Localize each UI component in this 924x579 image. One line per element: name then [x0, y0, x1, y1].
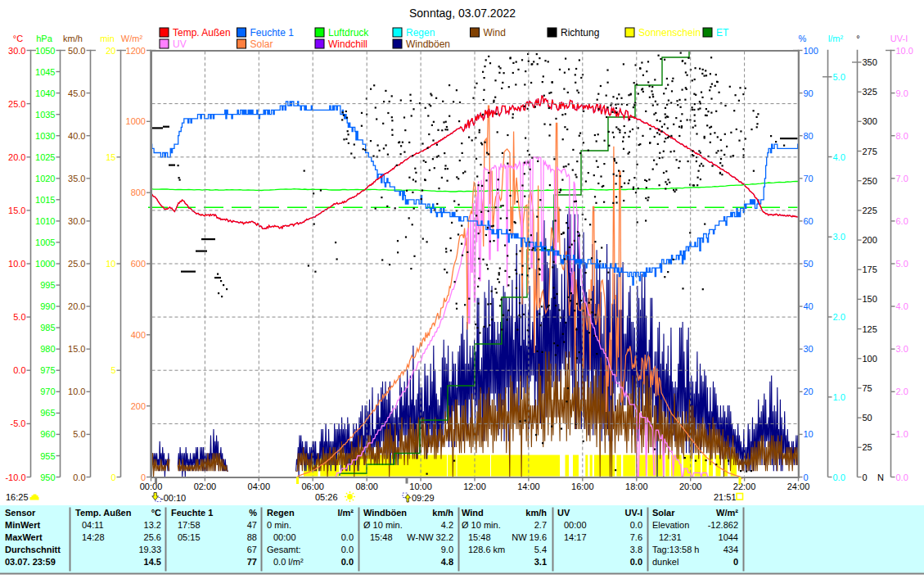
svg-text:°: °	[856, 34, 859, 43]
svg-text:30.0: 30.0	[68, 216, 85, 226]
svg-text:-12.862: -12.862	[708, 520, 738, 530]
svg-text:05:15: 05:15	[178, 532, 201, 542]
svg-text:350: 350	[863, 57, 877, 67]
svg-text:12:31: 12:31	[659, 532, 682, 542]
svg-text:MinWert: MinWert	[5, 520, 41, 530]
svg-text:1010: 1010	[35, 216, 55, 226]
svg-text:10: 10	[106, 259, 115, 269]
svg-text:09:29: 09:29	[412, 493, 435, 503]
svg-text:Ø 10 min.: Ø 10 min.	[363, 520, 403, 530]
svg-text:9.0: 9.0	[896, 88, 908, 98]
svg-text:Windböen: Windböen	[406, 38, 450, 50]
svg-text:25.6: 25.6	[144, 532, 161, 542]
svg-text:hPa: hPa	[36, 34, 52, 43]
svg-text:30: 30	[804, 344, 814, 354]
svg-text:N: N	[877, 473, 884, 482]
svg-text:Sensor: Sensor	[5, 508, 36, 518]
svg-text:l/m²: l/m²	[828, 34, 844, 43]
svg-text:00:00: 00:00	[273, 532, 296, 542]
svg-text:1005: 1005	[35, 237, 55, 247]
svg-text:990: 990	[40, 301, 55, 311]
svg-text:Regen: Regen	[406, 27, 435, 38]
svg-text:4.8: 4.8	[441, 557, 453, 567]
svg-text:80: 80	[804, 131, 814, 141]
svg-text:Luftdruck: Luftdruck	[328, 27, 369, 38]
svg-text:W-NW 32.2: W-NW 32.2	[407, 532, 453, 542]
svg-text:1044: 1044	[719, 532, 738, 542]
svg-text:24:00: 24:00	[787, 482, 810, 491]
svg-text:25: 25	[863, 442, 872, 452]
svg-text:05:26: 05:26	[315, 492, 338, 502]
svg-text:km/h: km/h	[525, 508, 547, 518]
svg-text:325: 325	[863, 87, 877, 97]
svg-text:1035: 1035	[35, 110, 55, 120]
svg-text:10.0: 10.0	[8, 259, 25, 269]
svg-text:0.0: 0.0	[630, 557, 642, 567]
svg-text:1.0: 1.0	[896, 429, 908, 439]
svg-text:10.0: 10.0	[68, 387, 85, 396]
svg-text:20: 20	[804, 387, 814, 396]
svg-text:1025: 1025	[35, 152, 55, 162]
svg-text:125: 125	[863, 324, 877, 334]
svg-text:970: 970	[40, 387, 55, 396]
svg-text:985: 985	[40, 323, 55, 332]
svg-text:0.0: 0.0	[896, 473, 908, 482]
svg-text:04:00: 04:00	[248, 482, 271, 491]
svg-text:9.0: 9.0	[441, 545, 453, 554]
svg-text:17:58: 17:58	[178, 520, 201, 530]
svg-text:15.0: 15.0	[68, 344, 85, 354]
svg-text:19.33: 19.33	[138, 545, 161, 554]
svg-text:Solar: Solar	[652, 508, 675, 518]
svg-text:150: 150	[863, 294, 877, 304]
svg-text:3.0: 3.0	[896, 344, 908, 354]
svg-text:Regen: Regen	[267, 508, 295, 518]
svg-text:100: 100	[863, 354, 877, 364]
svg-text:1050: 1050	[35, 46, 55, 56]
svg-text:75: 75	[863, 383, 872, 393]
svg-text:1000: 1000	[126, 116, 146, 126]
svg-text:225: 225	[863, 206, 877, 215]
svg-text:00:00: 00:00	[564, 520, 587, 530]
svg-text:20:00: 20:00	[679, 482, 702, 491]
svg-text:Wind: Wind	[462, 508, 484, 518]
svg-text:0.0: 0.0	[630, 520, 642, 530]
svg-text:Richtung: Richtung	[561, 27, 599, 38]
svg-text:200: 200	[863, 235, 877, 245]
svg-text:14:28: 14:28	[82, 532, 105, 542]
svg-text:30.0: 30.0	[8, 46, 25, 56]
svg-text:W/m²: W/m²	[121, 34, 143, 43]
svg-text:16:00: 16:00	[571, 482, 594, 491]
svg-text:0.0: 0.0	[13, 365, 25, 375]
svg-text:°C: °C	[13, 34, 23, 43]
svg-text:5.0: 5.0	[13, 312, 25, 322]
svg-text:300: 300	[863, 116, 877, 126]
svg-text:Gesamt:: Gesamt:	[267, 545, 301, 554]
svg-text:Elevation: Elevation	[652, 520, 689, 530]
svg-text:1045: 1045	[35, 67, 55, 77]
svg-text:NW 19.6: NW 19.6	[512, 532, 547, 542]
svg-text:67: 67	[247, 545, 257, 554]
svg-text:40: 40	[804, 301, 814, 311]
svg-text:3.8: 3.8	[630, 545, 642, 554]
svg-text:Windchill: Windchill	[328, 38, 367, 50]
svg-text:950: 950	[40, 473, 55, 482]
svg-text:Sonnenschein: Sonnenschein	[638, 27, 701, 38]
svg-text:1200: 1200	[126, 46, 146, 56]
svg-text:Feuchte 1: Feuchte 1	[171, 508, 213, 518]
svg-text:434: 434	[723, 545, 738, 554]
svg-text:15:48: 15:48	[370, 532, 393, 542]
svg-text:0: 0	[863, 473, 868, 482]
svg-text:0.0: 0.0	[73, 473, 85, 482]
svg-text:Durchschnitt: Durchschnitt	[5, 545, 61, 554]
svg-text:15: 15	[106, 152, 115, 162]
svg-text:W/m²: W/m²	[716, 508, 738, 518]
svg-text:4.0: 4.0	[896, 301, 908, 311]
svg-text:06:00: 06:00	[301, 482, 324, 491]
svg-text:60: 60	[804, 216, 814, 226]
svg-text:UV: UV	[557, 508, 570, 518]
svg-text:14:17: 14:17	[564, 532, 587, 542]
svg-text:995: 995	[40, 280, 55, 290]
svg-text:MaxWert: MaxWert	[5, 532, 43, 542]
svg-text:88: 88	[247, 532, 257, 542]
svg-text:1015: 1015	[35, 195, 55, 205]
